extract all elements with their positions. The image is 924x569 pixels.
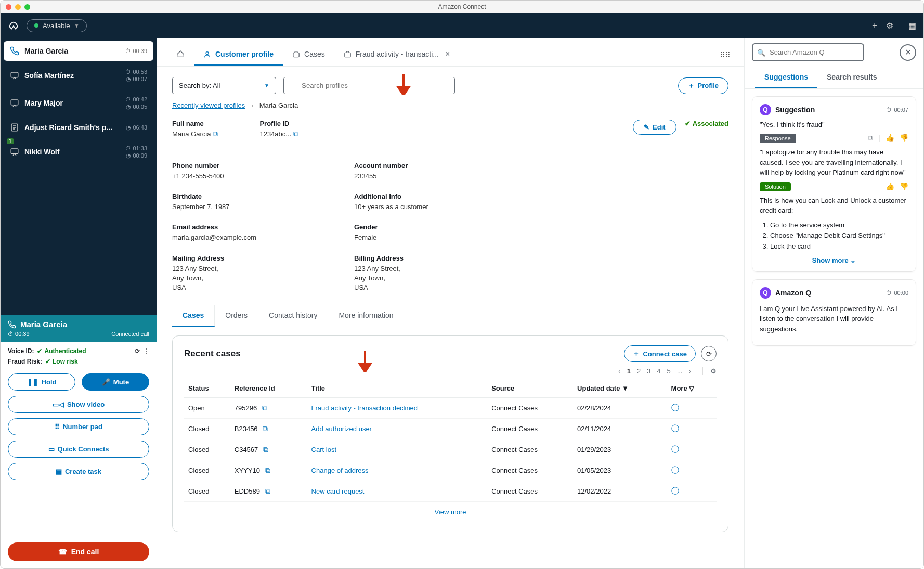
copy-icon[interactable]: ⧉ <box>263 445 268 454</box>
case-title-link[interactable]: Change of address <box>307 460 488 481</box>
calendar-icon[interactable]: ▦ <box>908 21 916 31</box>
amazon-q-search-input[interactable] <box>752 43 864 61</box>
search-by-dropdown[interactable]: Search by: All▼ <box>172 77 276 94</box>
copy-icon[interactable]: ⧉ <box>262 404 267 412</box>
mute-button[interactable]: 🎤Mute <box>82 373 149 391</box>
info-icon[interactable]: ⓘ <box>671 424 679 433</box>
settings-icon[interactable]: ⚙ <box>886 21 893 31</box>
apps-grid-icon[interactable]: ⠿⠿ <box>720 51 731 59</box>
case-title-link[interactable]: Cart lost <box>307 439 488 460</box>
annotation-arrow-icon <box>357 351 373 372</box>
hold-button[interactable]: ❚❚Hold <box>8 373 75 391</box>
subtab-more-info[interactable]: More information <box>328 305 404 327</box>
case-source: Connect Cases <box>487 398 573 419</box>
refresh-button[interactable]: ⟳ <box>701 346 717 361</box>
copy-icon[interactable]: ⧉ <box>293 130 298 138</box>
page-number[interactable]: 2 <box>637 367 641 375</box>
thumbs-down-icon[interactable]: 👎 <box>900 182 908 190</box>
search-profiles-input[interactable] <box>283 77 455 94</box>
connect-case-button[interactable]: ＋Connect case <box>624 345 696 362</box>
filter-icon: ▽ <box>689 384 694 392</box>
chat-icon <box>10 98 19 108</box>
profile-subtabs: Cases Orders Contact history More inform… <box>172 305 728 327</box>
case-title-link[interactable]: Add authorized user <box>307 419 488 439</box>
page-next-icon[interactable]: › <box>689 367 691 375</box>
table-settings-icon[interactable]: ⚙ <box>702 367 717 375</box>
page-number[interactable]: 4 <box>657 367 660 375</box>
col-updated[interactable]: Updated date ▼ <box>573 379 667 398</box>
close-window[interactable] <box>6 4 11 10</box>
col-more[interactable]: More ▽ <box>667 379 717 398</box>
contact-item[interactable]: Mary Major ⏱ 00:42◔ 00:05 <box>4 90 153 116</box>
thumbs-up-icon[interactable]: 👍 <box>886 182 894 190</box>
clock-icon: ⏱ <box>886 290 892 296</box>
call-panel: Maria Garcia ⏱ 00:39Connected call Voice… <box>1 315 157 568</box>
subtab-contact-history[interactable]: Contact history <box>258 305 328 327</box>
create-task-button[interactable]: ▤Create task <box>8 463 149 480</box>
gender-label: Gender <box>354 223 531 231</box>
edit-button[interactable]: ✎Edit <box>633 120 676 135</box>
add-profile-button[interactable]: ＋Profile <box>678 77 728 94</box>
subtab-cases[interactable]: Cases <box>172 305 215 327</box>
page-number[interactable]: 3 <box>647 367 650 375</box>
contact-item[interactable]: Adjust Ricard Smith's p... ◔ 06:43 <box>4 118 153 137</box>
case-ref: 795296 ⧉ <box>230 398 307 419</box>
maximize-window[interactable] <box>24 4 30 10</box>
info-icon[interactable]: ⓘ <box>671 465 679 474</box>
case-source: Connect Cases <box>487 481 573 502</box>
page-prev-icon[interactable]: ‹ <box>618 367 620 375</box>
copy-icon[interactable]: ⧉ <box>213 130 218 138</box>
tab-fraud-activity[interactable]: Fraud activity - transacti...× <box>334 43 460 66</box>
phone-icon <box>10 46 19 56</box>
show-more-link[interactable]: Show more ⌄ <box>760 256 908 264</box>
close-panel-button[interactable]: ✕ <box>900 44 916 61</box>
refresh-icon[interactable]: ⟳ <box>135 347 140 355</box>
subtab-orders[interactable]: Orders <box>215 305 258 327</box>
tab-customer-profile[interactable]: Customer profile <box>194 44 283 66</box>
breadcrumb-current: Maria Garcia <box>259 101 298 109</box>
breadcrumb-link[interactable]: Recently viewed profiles <box>172 101 245 109</box>
more-icon[interactable]: ⋮ <box>143 347 149 355</box>
thumbs-down-icon[interactable]: 👎 <box>900 134 908 143</box>
svg-rect-0 <box>11 72 18 77</box>
copy-icon[interactable]: ⧉ <box>263 424 268 433</box>
suggestion-quote: "Yes, I think it's fraud" <box>760 121 908 128</box>
minimize-window[interactable] <box>15 4 21 10</box>
info-icon[interactable]: ⓘ <box>671 445 679 454</box>
contact-item[interactable]: Sofía Martínez ⏱ 00:53◔ 00:07 <box>4 63 153 88</box>
topbar: Available ▼ ＋ ⚙ ▦ <box>1 13 923 38</box>
copy-icon[interactable]: ⧉ <box>868 134 873 143</box>
tab-cases[interactable]: Cases <box>283 44 334 66</box>
close-tab-icon[interactable]: × <box>445 49 450 59</box>
page-number[interactable]: 5 <box>667 367 671 375</box>
add-icon[interactable]: ＋ <box>870 20 879 31</box>
q-tab-search-results[interactable]: Search results <box>817 67 887 88</box>
show-video-button[interactable]: ▭◁Show video <box>8 396 149 413</box>
col-source[interactable]: Source <box>487 379 573 398</box>
quick-connects-button[interactable]: ▭Quick Connects <box>8 441 149 458</box>
contact-item[interactable]: 1 Nikki Wolf ⏱ 01:33◔ 00:09 <box>4 139 153 165</box>
number-pad-button[interactable]: ⠿Number pad <box>8 418 149 435</box>
briefcase-icon <box>344 50 352 58</box>
info-icon[interactable]: ⓘ <box>671 403 679 412</box>
tab-home[interactable] <box>167 44 194 66</box>
col-status[interactable]: Status <box>184 379 230 398</box>
end-call-button[interactable]: ☎End call <box>8 542 149 561</box>
view-more-link[interactable]: View more <box>184 502 717 522</box>
col-reference[interactable]: Reference Id <box>230 379 307 398</box>
q-tab-suggestions[interactable]: Suggestions <box>755 67 817 88</box>
copy-icon[interactable]: ⧉ <box>265 466 270 474</box>
copy-icon[interactable]: ⧉ <box>265 487 270 495</box>
agent-status-dropdown[interactable]: Available ▼ <box>27 19 87 32</box>
page-number[interactable]: 1 <box>627 367 631 375</box>
contact-name: Maria Garcia <box>24 47 120 55</box>
col-title[interactable]: Title <box>307 379 488 398</box>
dialpad-icon: ⠿ <box>55 423 60 431</box>
thumbs-up-icon[interactable]: 👍 <box>886 134 894 143</box>
case-title-link[interactable]: New card request <box>307 481 488 502</box>
case-title-link[interactable]: Fraud activity - transaction declined <box>307 398 488 419</box>
hangup-icon: ☎ <box>58 548 67 556</box>
info-icon[interactable]: ⓘ <box>671 486 679 495</box>
contact-item[interactable]: Maria Garcia ⏱ 00:39 <box>4 41 153 61</box>
plus-icon: ＋ <box>688 81 695 90</box>
